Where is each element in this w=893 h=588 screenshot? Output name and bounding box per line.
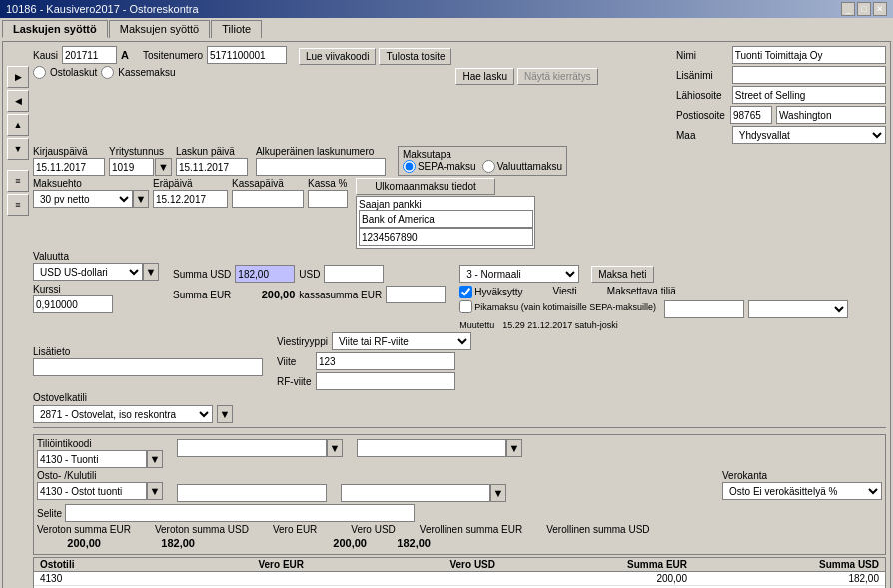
table-row: 4130 200,00 182,00: [34, 572, 885, 586]
tab-laskujen-syotto[interactable]: Laskujen syöttö: [2, 20, 108, 38]
ostovelkatili-select[interactable]: 2871 - Ostovelat, iso reskontra: [33, 405, 213, 423]
valuutta-dropdown[interactable]: ▼: [143, 263, 159, 281]
kaupunki-input[interactable]: [776, 106, 886, 124]
kulutili3-input[interactable]: [341, 484, 490, 502]
tiliointikoodi2-down[interactable]: ▼: [327, 439, 343, 457]
lisatieto-input[interactable]: [33, 358, 263, 376]
maa-select[interactable]: Yhdysvallat: [732, 126, 886, 144]
selite-input[interactable]: [65, 504, 415, 522]
ostovelkatili-down[interactable]: ▼: [217, 405, 233, 423]
vero-usd-label: Vero USD: [351, 524, 395, 535]
valuuttamaksu-label: Valuuttamaksu: [497, 161, 562, 172]
tulosta-tosite-btn[interactable]: Tulosta tosite: [379, 48, 451, 65]
minimize-btn[interactable]: _: [841, 2, 855, 16]
kulutili2-input[interactable]: [177, 484, 327, 502]
lue-viivakoodi-btn[interactable]: Lue viivakoodi: [299, 48, 376, 65]
alkuperainen-input[interactable]: [256, 158, 386, 176]
valuutta-select[interactable]: USD US-dollari: [33, 263, 143, 281]
kulutili3-down[interactable]: ▼: [490, 484, 506, 502]
maksuehto-select[interactable]: 30 pv netto: [33, 190, 133, 208]
list-btn2[interactable]: ≡: [7, 194, 29, 216]
maksuprioriteetti-select[interactable]: 3 - Normaali: [459, 265, 579, 283]
yritystunnus-spin[interactable]: ▼: [155, 158, 172, 176]
nav-down-btn[interactable]: ▼: [7, 138, 29, 160]
erapaiva-input[interactable]: [153, 190, 228, 208]
nayta-kierratus-btn[interactable]: Näytä kierrätys: [517, 68, 598, 85]
kassasumma-eur-input[interactable]: [386, 286, 446, 303]
saajan-pankki-label: Saajan pankki: [359, 199, 532, 210]
pikamaksu-checkbox[interactable]: [459, 300, 472, 313]
hae-lasku-btn[interactable]: Hae lasku: [455, 68, 513, 85]
muutettu-label: Muutettu: [459, 320, 494, 330]
valuutta-label: Valuutta: [33, 251, 159, 262]
postiosoite-input[interactable]: [730, 106, 772, 124]
laskunpaiva-input[interactable]: [176, 158, 248, 176]
kurssi-label: Kurssi: [33, 284, 61, 294]
verolli-eur-label: Verollinen summa EUR: [420, 524, 522, 535]
viesti-input[interactable]: [664, 300, 744, 318]
verokanta-select[interactable]: Osto Ei verokäsittelyä %: [722, 482, 882, 500]
maksettavatili-select[interactable]: [748, 300, 848, 318]
hyvaksytty-label: Hyväksytty: [474, 287, 522, 297]
kassemaksuradio[interactable]: [101, 66, 114, 79]
kirjauspaiva-input[interactable]: [33, 158, 105, 176]
sepa-radio[interactable]: [403, 160, 416, 173]
tiliointikoodi-input[interactable]: [37, 450, 147, 468]
col-vero-usd: Vero USD: [308, 559, 499, 570]
tosite-label: Tositenumero: [143, 50, 203, 61]
tiliointikoodi-down[interactable]: ▼: [147, 450, 163, 468]
summa-eur-value: 200,00: [235, 289, 295, 300]
ulkomaanmaksu-btn[interactable]: Ulkomaanmaksu tiedot: [356, 178, 495, 195]
nav-next-btn[interactable]: ▶: [7, 66, 29, 88]
maksa-heti-btn[interactable]: Maksa heti: [591, 266, 653, 283]
yritystunnus-input[interactable]: [109, 158, 154, 176]
maa-label: Maa: [676, 130, 728, 141]
col-summa-usd: Summa USD: [691, 559, 883, 570]
tab-maksujen-syotto[interactable]: Maksujen syöttö: [109, 20, 210, 38]
lahiosoite-input[interactable]: [732, 86, 886, 104]
pikamaksu-label: Pikamaksu (vain kotimaisille SEPA-maksui…: [474, 302, 656, 312]
list-btn1[interactable]: ≡: [7, 170, 29, 192]
ostolaskuradio[interactable]: [33, 66, 46, 79]
kausi-input[interactable]: [62, 46, 117, 64]
lahiosoite-label: Lähiosoite: [676, 90, 728, 101]
cell-vero-eur: [116, 573, 308, 584]
kurssi-input[interactable]: [33, 295, 113, 313]
tiliointikoodi2-input[interactable]: [177, 439, 327, 457]
cell-vero-usd: [308, 573, 499, 584]
lisanimi-input[interactable]: [732, 66, 886, 84]
tiliointikoodi3-down[interactable]: ▼: [506, 439, 522, 457]
maksuehto-dropdown[interactable]: ▼: [133, 190, 149, 208]
yritystunnus-label: Yritystunnus: [109, 146, 172, 157]
close-btn[interactable]: ✕: [873, 2, 887, 16]
iban-input[interactable]: [359, 228, 533, 246]
tab-tiliote[interactable]: Tiliote: [211, 20, 262, 38]
kassasumma-usd-input[interactable]: [324, 265, 384, 283]
tiliointikoodi3-input[interactable]: [357, 439, 506, 457]
osto-kulutili-down[interactable]: ▼: [147, 482, 163, 500]
bank-name-input[interactable]: [359, 210, 533, 228]
summa-usd-input[interactable]: [235, 265, 295, 283]
viite-input[interactable]: [316, 352, 455, 370]
col-summa-eur: Summa EUR: [499, 559, 691, 570]
lisanimi-label: Lisänimi: [676, 70, 728, 81]
kausi-label: Kausi: [33, 50, 58, 61]
tab-bar: Laskujen syöttö Maksujen syöttö Tiliote: [2, 20, 891, 38]
veroton-usd-label: Veroton summa USD: [155, 524, 249, 535]
valuuttamaksu-radio[interactable]: [482, 160, 495, 173]
nav-prev-btn[interactable]: ◀: [7, 90, 29, 112]
col-vero-eur: Vero EUR: [116, 559, 308, 570]
kassapaiva-input[interactable]: [232, 190, 304, 208]
nimi-input[interactable]: [732, 46, 886, 64]
viestiryyppi-select[interactable]: Viite tai RF-viite: [332, 332, 471, 350]
maximize-btn[interactable]: □: [857, 2, 871, 16]
left-sidebar: ▶ ◀ ▲ ▼ ≡ ≡: [7, 46, 29, 588]
hyvaksytty-checkbox[interactable]: [459, 286, 472, 298]
tosite-input[interactable]: [207, 46, 287, 64]
kassapercent-input[interactable]: [308, 190, 348, 208]
nav-up-btn[interactable]: ▲: [7, 114, 29, 136]
cell-summa-eur: 200,00: [499, 573, 691, 584]
osto-kulutili-input[interactable]: [37, 482, 147, 500]
maksuehto-label: Maksuehto: [33, 178, 149, 189]
rfviite-input[interactable]: [316, 372, 455, 390]
